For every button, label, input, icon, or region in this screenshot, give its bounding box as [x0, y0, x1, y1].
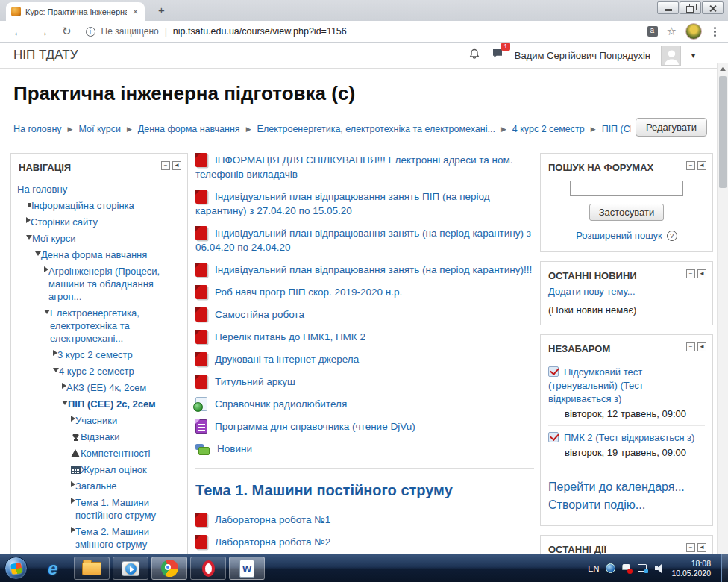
nav-tree-link[interactable]: 4 курс 2 семестр [59, 365, 181, 378]
new-event-link[interactable]: Створити подію... [548, 498, 705, 512]
resource-link[interactable]: Титульний аркуш [215, 376, 295, 387]
dock-block-icon[interactable]: ◄ [697, 543, 706, 552]
taskbar-media-player-button[interactable] [113, 557, 148, 580]
breadcrumb-link[interactable]: На головну [13, 124, 62, 134]
resource-link[interactable]: Роб навч прогр ПІП скор. 2019-2020 н.р. [215, 287, 402, 298]
back-button[interactable]: ← [6, 25, 31, 38]
window-minimize-button[interactable] [657, 1, 679, 14]
resource-link[interactable]: Індивідуальний план відпрацювання занять… [195, 191, 490, 216]
help-icon[interactable] [667, 231, 677, 241]
resource-link[interactable]: Лабораторна робота №2 [215, 536, 330, 548]
expanded-icon[interactable] [26, 235, 32, 240]
nav-tree-link[interactable]: Журнал оцінок [81, 463, 181, 476]
resource-link[interactable]: Перелік питань до ПМК1, ПМК 2 [215, 331, 365, 342]
taskbar-explorer-button[interactable] [74, 557, 110, 580]
nav-tree-link[interactable]: ПІП (СЕЕ) 2с, 2сем [68, 398, 181, 410]
breadcrumb-link[interactable]: Мої курси [79, 124, 121, 134]
forward-button[interactable]: → [31, 25, 55, 38]
expanded-icon[interactable] [35, 251, 41, 256]
resource-link[interactable]: Індивідуальний план відпрацювання занять… [215, 264, 532, 275]
nav-tree-link[interactable]: Мої курси [32, 232, 181, 245]
nav-tree-link[interactable]: Відзнаки [81, 431, 181, 443]
resource-link[interactable]: Самостійна робота [215, 309, 304, 320]
user-name[interactable]: Вадим Сергійович Попрядухін [515, 50, 650, 61]
language-indicator[interactable]: EN [588, 564, 599, 573]
action-center-flag-icon[interactable] [622, 564, 631, 573]
show-desktop-button[interactable] [721, 554, 728, 582]
nav-tree-link[interactable]: 3 курс 2 семестр [57, 348, 181, 361]
taskbar-chrome-button[interactable] [151, 557, 187, 580]
breadcrumb-link[interactable]: 4 курс 2 семестр [512, 124, 585, 134]
browser-tab[interactable]: Курс: Практична інженерна під × [6, 2, 145, 21]
resource-link[interactable]: Індивідуальний план відпрацювання занять… [195, 228, 531, 253]
scroll-up-icon[interactable] [718, 63, 728, 75]
scrollbar-thumb[interactable] [719, 76, 727, 188]
tray-app-icon[interactable] [606, 563, 615, 573]
search-apply-button[interactable]: Застосувати [589, 204, 665, 221]
dock-block-icon[interactable]: ◄ [697, 269, 706, 278]
breadcrumb-link[interactable]: Електроенергетика, електротехніка та еле… [257, 124, 495, 134]
tab-close-icon[interactable]: × [131, 7, 139, 17]
nav-tree-link[interactable]: Денна форма навчання [41, 248, 181, 261]
collapse-block-icon[interactable]: − [686, 269, 695, 278]
breadcrumb-link[interactable]: Денна форма навчання [138, 124, 240, 134]
nav-tree-link[interactable]: Компетентності [81, 447, 181, 460]
bookmark-star-icon[interactable]: ☆ [667, 25, 677, 38]
nav-tree-link[interactable]: Електроенергетика, електротехніка та еле… [50, 307, 181, 345]
resource-link[interactable]: Справочник радиолюбителя [215, 398, 347, 410]
user-menu-caret-icon[interactable]: ▾ [691, 51, 695, 60]
go-to-calendar-link[interactable]: Перейти до календаря... [548, 481, 705, 494]
edit-course-button[interactable]: Редагувати [636, 118, 707, 137]
taskbar-word-button[interactable] [229, 557, 265, 580]
notifications-bell-icon[interactable] [468, 48, 480, 63]
new-tab-button[interactable]: + [154, 4, 169, 16]
scrollbar[interactable] [717, 63, 728, 554]
nav-tree-link[interactable]: Учасники [75, 414, 181, 427]
collapse-block-icon[interactable]: − [686, 342, 695, 351]
nav-tree-link[interactable]: АКЗ (ЕЕ) 4к, 2сем [66, 381, 181, 394]
expanded-icon[interactable] [53, 368, 59, 372]
nav-tree-link[interactable]: Інформаційна сторінка [31, 199, 181, 212]
dock-block-icon[interactable]: ◄ [697, 342, 706, 351]
reload-button[interactable]: ↻ [55, 25, 78, 38]
trophy-icon[interactable] [71, 433, 81, 442]
nav-tree-link[interactable]: Тема 1. Машини постійного струму [75, 496, 181, 522]
nav-tree-link[interactable]: Загальне [75, 480, 181, 492]
site-logo-link[interactable]: НІП ТДАТУ [13, 48, 78, 63]
browser-menu-icon[interactable] [711, 25, 719, 38]
security-info-icon[interactable] [86, 27, 95, 37]
window-restore-button[interactable] [680, 1, 701, 14]
window-close-button[interactable] [702, 1, 724, 14]
taskbar-ie-button[interactable]: e [35, 557, 71, 580]
forum-search-input[interactable] [570, 181, 683, 196]
user-avatar[interactable] [661, 46, 681, 66]
resource-link[interactable]: Программа для справочника (чтение DjVu) [215, 421, 415, 432]
taskbar-opera-button[interactable] [190, 557, 226, 580]
network-icon[interactable] [638, 564, 648, 573]
dock-block-icon[interactable]: ◄ [697, 161, 706, 170]
grid-icon[interactable] [71, 466, 81, 474]
add-topic-link[interactable]: Додати нову тему... [548, 286, 636, 297]
browser-profile-avatar[interactable] [685, 23, 702, 40]
nav-tree-link[interactable]: Сторінки сайту [31, 216, 181, 228]
volume-icon[interactable] [655, 564, 665, 573]
address-bar[interactable]: Не защищено | nip.tsatu.edu.ua/course/vi… [86, 26, 647, 37]
resource-link[interactable]: Новини [217, 443, 252, 454]
event-link[interactable]: ПМК 2 (Тест відкривається з) [564, 432, 694, 443]
messages-icon[interactable]: 1 [491, 48, 504, 63]
collapse-block-icon[interactable]: − [686, 543, 695, 552]
resource-link[interactable]: ІНФОРМАЦІЯ ДЛЯ СПІЛКУВАННЯ!!! Електронні… [195, 154, 513, 180]
resource-link[interactable]: Лабораторна робота №1 [215, 514, 330, 525]
resource-link[interactable]: Друковані та інтернет джерела [215, 354, 359, 365]
breadcrumb-link[interactable]: ПІП (СЕЕ) 2с, 2сем [602, 124, 631, 134]
expanded-icon[interactable] [62, 401, 68, 405]
dock-block-icon[interactable]: ◄ [172, 161, 181, 170]
nav-tree-link[interactable]: На головну [17, 183, 181, 195]
levels-icon[interactable] [71, 449, 81, 457]
start-button[interactable] [4, 557, 28, 580]
collapse-block-icon[interactable]: − [161, 161, 170, 170]
advanced-search-link[interactable]: Розширений пошук [576, 230, 662, 241]
translate-icon[interactable] [647, 26, 658, 37]
collapse-block-icon[interactable]: − [686, 161, 695, 170]
nav-tree-link[interactable]: Агроінженерія (Процеси, машини та обладн… [48, 265, 181, 303]
